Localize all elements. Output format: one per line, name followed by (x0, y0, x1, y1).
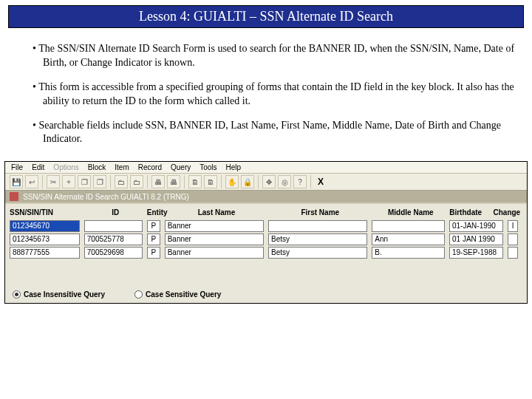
cell-entity[interactable]: P (147, 220, 160, 232)
lock-icon[interactable]: 🔒 (241, 175, 254, 188)
print-icon[interactable]: 🖶 (151, 175, 165, 188)
menu-edit[interactable]: Edit (32, 163, 44, 171)
radio-label: Case Sensitive Query (146, 290, 221, 299)
cell-middle[interactable] (372, 220, 445, 232)
menu-record[interactable]: Record (138, 163, 162, 171)
print2-icon[interactable]: 🖶 (167, 175, 180, 188)
cell-change[interactable] (508, 233, 518, 245)
menu-block[interactable]: Block (88, 163, 106, 171)
help-icon[interactable]: ? (293, 175, 307, 188)
header-middle: Middle Name (372, 208, 449, 216)
radio-case-sensitive[interactable]: Case Sensitive Query (134, 290, 221, 299)
form-title-bar: SSN/SIN Alternate ID Search GUIALTI 8.2 … (5, 191, 527, 202)
menu-bar: File Edit Options Block Item Record Quer… (5, 162, 527, 174)
save-icon[interactable]: 💾 (10, 175, 23, 188)
cell-id[interactable]: 700525778 (84, 233, 143, 245)
cell-first[interactable] (268, 220, 367, 232)
bullet-3: Searchable fields include SSN, BANNER ID… (15, 119, 517, 147)
table-row[interactable]: 888777555 700529698 P Banner Betsy B. 19… (5, 246, 527, 259)
header-last: Last Name (165, 208, 268, 216)
table-row[interactable]: 012345670 P Banner 01-JAN-1990 I (5, 219, 527, 233)
copy-icon[interactable]: ❐ (78, 175, 91, 188)
cell-id[interactable] (84, 220, 143, 232)
header-first: First Name (268, 208, 372, 216)
cell-birthdate[interactable]: 01-JAN-1990 (449, 220, 503, 232)
cell-last[interactable]: Banner (165, 220, 264, 232)
radio-label: Case Insensitive Query (24, 290, 105, 299)
cell-entity[interactable]: P (147, 247, 160, 259)
cut-icon[interactable]: ✂ (47, 175, 60, 188)
cell-first[interactable]: Betsy (268, 233, 367, 245)
cell-middle[interactable]: Ann (372, 233, 445, 245)
menu-help[interactable]: Help (226, 163, 242, 171)
cell-last[interactable]: Banner (165, 247, 264, 259)
lesson-body: The SSN/SIN Alternate ID Search Form is … (0, 27, 532, 161)
insert-icon[interactable]: ＋ (62, 175, 75, 188)
header-id: ID (84, 208, 147, 216)
cell-entity[interactable]: P (147, 233, 160, 245)
doc-icon[interactable]: 🗎 (188, 175, 202, 188)
cell-birthdate[interactable]: 01 JAN 1990 (449, 233, 503, 245)
header-birthdate: Birthdate (449, 208, 493, 216)
form-title-text: SSN/SIN Alternate ID Search GUIALTI 8.2 … (23, 193, 189, 201)
radio-case-insensitive[interactable]: Case Insensitive Query (13, 290, 105, 299)
hand-icon[interactable]: ✋ (225, 175, 239, 188)
delete-icon[interactable]: ❐ (93, 175, 106, 188)
rollback-icon[interactable]: ↩ (25, 175, 38, 188)
cell-id[interactable]: 700529698 (84, 247, 143, 259)
radio-dot-icon (13, 290, 21, 299)
column-headers: SSN/SIN/TIN ID Entity Last Name First Na… (5, 204, 527, 219)
bullet-2: This form is accessible from a specified… (15, 81, 517, 109)
crosshair-icon[interactable]: ✥ (262, 175, 276, 188)
form-icon (10, 192, 18, 201)
lesson-title: Lesson 4: GUIALTI – SSN Alternate ID Sea… (9, 6, 523, 27)
menu-tools[interactable]: Tools (200, 163, 216, 171)
cell-ssn[interactable]: 012345673 (10, 233, 80, 245)
cell-change[interactable]: I (508, 220, 518, 232)
cell-change[interactable] (508, 247, 518, 259)
table-row[interactable]: 012345673 700525778 P Banner Betsy Ann 0… (5, 233, 527, 246)
banner-app-screenshot: File Edit Options Block Item Record Quer… (4, 161, 528, 304)
header-ssn: SSN/SIN/TIN (10, 208, 84, 216)
radio-dot-icon (134, 290, 143, 299)
menu-query[interactable]: Query (171, 163, 191, 171)
cell-ssn[interactable]: 012345670 (10, 220, 80, 232)
menu-item[interactable]: Item (115, 163, 129, 171)
cell-first[interactable]: Betsy (268, 247, 367, 259)
folder-icon[interactable]: 🗀 (115, 175, 128, 188)
close-icon[interactable]: X (315, 177, 324, 187)
folder2-icon[interactable]: 🗀 (130, 175, 143, 188)
menu-options[interactable]: Options (53, 163, 78, 171)
bullet-1: The SSN/SIN Alternate ID Search Form is … (15, 42, 517, 70)
target-icon[interactable]: ◎ (278, 175, 291, 188)
header-change: Change (493, 208, 522, 216)
menu-file[interactable]: File (11, 163, 23, 171)
cell-last[interactable]: Banner (165, 233, 264, 245)
cell-birthdate[interactable]: 19-SEP-1988 (449, 247, 503, 259)
doc2-icon[interactable]: 🗎 (204, 175, 217, 188)
query-case-options: Case Insensitive Query Case Sensitive Qu… (5, 287, 527, 303)
cell-middle[interactable]: B. (372, 247, 445, 259)
empty-rows-area (5, 259, 527, 287)
toolbar: 💾 ↩ ✂ ＋ ❐ ❐ 🗀 🗀 🖶 🖶 🗎 🗎 ✋ 🔒 ✥ ◎ ? X (5, 174, 527, 191)
header-entity: Entity (147, 208, 165, 216)
cell-ssn[interactable]: 888777555 (10, 247, 80, 259)
